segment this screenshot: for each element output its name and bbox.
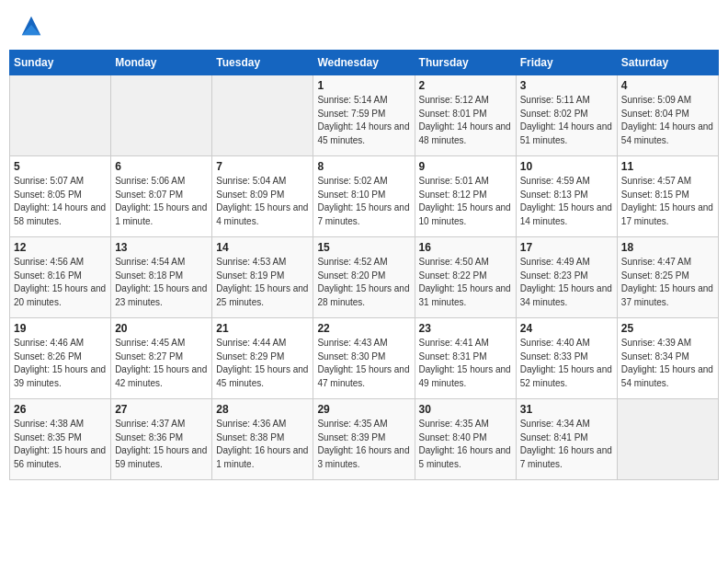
day-number: 21: [216, 322, 309, 335]
calendar-cell: [10, 75, 111, 156]
day-number: 16: [419, 241, 512, 254]
day-number: 4: [621, 79, 714, 92]
day-number: 10: [520, 160, 613, 173]
day-number: 20: [115, 322, 208, 335]
day-info: Sunrise: 5:06 AM Sunset: 8:07 PM Dayligh…: [115, 175, 208, 228]
calendar-cell: 8Sunrise: 5:02 AM Sunset: 8:10 PM Daylig…: [313, 156, 415, 237]
day-number: 12: [14, 241, 107, 254]
calendar-cell: 4Sunrise: 5:09 AM Sunset: 8:04 PM Daylig…: [617, 75, 718, 156]
calendar-cell: [617, 399, 718, 480]
weekday-header: Saturday: [617, 51, 718, 75]
calendar-cell: 9Sunrise: 5:01 AM Sunset: 8:12 PM Daylig…: [415, 156, 516, 237]
day-info: Sunrise: 4:56 AM Sunset: 8:16 PM Dayligh…: [14, 256, 107, 309]
day-number: 28: [216, 403, 309, 416]
weekday-header: Thursday: [415, 51, 516, 75]
day-number: 13: [115, 241, 208, 254]
calendar-cell: 23Sunrise: 4:41 AM Sunset: 8:31 PM Dayli…: [415, 318, 516, 399]
calendar-week-row: 1Sunrise: 5:14 AM Sunset: 7:59 PM Daylig…: [10, 75, 719, 156]
calendar-cell: [111, 75, 212, 156]
calendar-body: 1Sunrise: 5:14 AM Sunset: 7:59 PM Daylig…: [10, 75, 719, 480]
weekday-header: Tuesday: [212, 51, 313, 75]
day-number: 29: [317, 403, 410, 416]
day-info: Sunrise: 5:02 AM Sunset: 8:10 PM Dayligh…: [317, 175, 410, 228]
day-info: Sunrise: 4:35 AM Sunset: 8:39 PM Dayligh…: [317, 418, 410, 471]
day-info: Sunrise: 4:54 AM Sunset: 8:18 PM Dayligh…: [115, 256, 208, 309]
day-info: Sunrise: 5:04 AM Sunset: 8:09 PM Dayligh…: [216, 175, 309, 228]
day-info: Sunrise: 4:36 AM Sunset: 8:38 PM Dayligh…: [216, 418, 309, 471]
day-number: 23: [419, 322, 512, 335]
day-info: Sunrise: 4:53 AM Sunset: 8:19 PM Dayligh…: [216, 256, 309, 309]
day-number: 3: [520, 79, 613, 92]
calendar-cell: 27Sunrise: 4:37 AM Sunset: 8:36 PM Dayli…: [111, 399, 212, 480]
day-info: Sunrise: 4:52 AM Sunset: 8:20 PM Dayligh…: [317, 256, 410, 309]
day-number: 31: [520, 403, 613, 416]
logo: [17, 13, 44, 39]
day-info: Sunrise: 4:40 AM Sunset: 8:33 PM Dayligh…: [520, 337, 613, 390]
calendar-week-row: 26Sunrise: 4:38 AM Sunset: 8:35 PM Dayli…: [10, 399, 719, 480]
day-info: Sunrise: 4:57 AM Sunset: 8:15 PM Dayligh…: [621, 175, 714, 228]
day-number: 26: [14, 403, 107, 416]
weekday-row: SundayMondayTuesdayWednesdayThursdayFrid…: [10, 51, 719, 75]
page-header: [9, 9, 719, 42]
day-info: Sunrise: 4:49 AM Sunset: 8:23 PM Dayligh…: [520, 256, 613, 309]
weekday-header: Sunday: [10, 51, 111, 75]
day-number: 24: [520, 322, 613, 335]
calendar-cell: 31Sunrise: 4:34 AM Sunset: 8:41 PM Dayli…: [516, 399, 617, 480]
calendar-week-row: 12Sunrise: 4:56 AM Sunset: 8:16 PM Dayli…: [10, 237, 719, 318]
calendar-cell: 17Sunrise: 4:49 AM Sunset: 8:23 PM Dayli…: [516, 237, 617, 318]
day-info: Sunrise: 4:41 AM Sunset: 8:31 PM Dayligh…: [419, 337, 512, 390]
day-info: Sunrise: 4:37 AM Sunset: 8:36 PM Dayligh…: [115, 418, 208, 471]
calendar-cell: 6Sunrise: 5:06 AM Sunset: 8:07 PM Daylig…: [111, 156, 212, 237]
day-info: Sunrise: 4:50 AM Sunset: 8:22 PM Dayligh…: [419, 256, 512, 309]
day-info: Sunrise: 5:09 AM Sunset: 8:04 PM Dayligh…: [621, 94, 714, 147]
calendar-cell: 30Sunrise: 4:35 AM Sunset: 8:40 PM Dayli…: [415, 399, 516, 480]
day-number: 6: [115, 160, 208, 173]
day-number: 30: [419, 403, 512, 416]
calendar-week-row: 19Sunrise: 4:46 AM Sunset: 8:26 PM Dayli…: [10, 318, 719, 399]
calendar-cell: 2Sunrise: 5:12 AM Sunset: 8:01 PM Daylig…: [415, 75, 516, 156]
day-info: Sunrise: 5:11 AM Sunset: 8:02 PM Dayligh…: [520, 94, 613, 147]
calendar-cell: 20Sunrise: 4:45 AM Sunset: 8:27 PM Dayli…: [111, 318, 212, 399]
day-number: 27: [115, 403, 208, 416]
calendar-cell: 28Sunrise: 4:36 AM Sunset: 8:38 PM Dayli…: [212, 399, 313, 480]
day-info: Sunrise: 5:12 AM Sunset: 8:01 PM Dayligh…: [419, 94, 512, 147]
day-number: 2: [419, 79, 512, 92]
day-info: Sunrise: 4:47 AM Sunset: 8:25 PM Dayligh…: [621, 256, 714, 309]
day-number: 22: [317, 322, 410, 335]
day-number: 5: [14, 160, 107, 173]
calendar-cell: 1Sunrise: 5:14 AM Sunset: 7:59 PM Daylig…: [313, 75, 415, 156]
calendar-cell: 18Sunrise: 4:47 AM Sunset: 8:25 PM Dayli…: [617, 237, 718, 318]
day-info: Sunrise: 4:38 AM Sunset: 8:35 PM Dayligh…: [14, 418, 107, 471]
weekday-header: Monday: [111, 51, 212, 75]
weekday-header: Wednesday: [313, 51, 415, 75]
weekday-header: Friday: [516, 51, 617, 75]
calendar-cell: 25Sunrise: 4:39 AM Sunset: 8:34 PM Dayli…: [617, 318, 718, 399]
calendar-cell: 29Sunrise: 4:35 AM Sunset: 8:39 PM Dayli…: [313, 399, 415, 480]
day-number: 7: [216, 160, 309, 173]
day-number: 1: [317, 79, 410, 92]
day-info: Sunrise: 4:35 AM Sunset: 8:40 PM Dayligh…: [419, 418, 512, 471]
day-info: Sunrise: 4:39 AM Sunset: 8:34 PM Dayligh…: [621, 337, 714, 390]
calendar-cell: 10Sunrise: 4:59 AM Sunset: 8:13 PM Dayli…: [516, 156, 617, 237]
calendar-cell: 12Sunrise: 4:56 AM Sunset: 8:16 PM Dayli…: [10, 237, 111, 318]
day-info: Sunrise: 4:43 AM Sunset: 8:30 PM Dayligh…: [317, 337, 410, 390]
calendar-cell: 26Sunrise: 4:38 AM Sunset: 8:35 PM Dayli…: [10, 399, 111, 480]
calendar-cell: 21Sunrise: 4:44 AM Sunset: 8:29 PM Dayli…: [212, 318, 313, 399]
day-info: Sunrise: 4:44 AM Sunset: 8:29 PM Dayligh…: [216, 337, 309, 390]
calendar-cell: 24Sunrise: 4:40 AM Sunset: 8:33 PM Dayli…: [516, 318, 617, 399]
day-number: 15: [317, 241, 410, 254]
day-info: Sunrise: 4:34 AM Sunset: 8:41 PM Dayligh…: [520, 418, 613, 471]
calendar-cell: 15Sunrise: 4:52 AM Sunset: 8:20 PM Dayli…: [313, 237, 415, 318]
calendar-cell: [212, 75, 313, 156]
day-number: 18: [621, 241, 714, 254]
calendar-cell: 11Sunrise: 4:57 AM Sunset: 8:15 PM Dayli…: [617, 156, 718, 237]
day-number: 25: [621, 322, 714, 335]
calendar-table: SundayMondayTuesdayWednesdayThursdayFrid…: [9, 50, 719, 480]
day-info: Sunrise: 5:14 AM Sunset: 7:59 PM Dayligh…: [317, 94, 410, 147]
day-info: Sunrise: 4:59 AM Sunset: 8:13 PM Dayligh…: [520, 175, 613, 228]
day-number: 14: [216, 241, 309, 254]
calendar-cell: 19Sunrise: 4:46 AM Sunset: 8:26 PM Dayli…: [10, 318, 111, 399]
day-info: Sunrise: 5:01 AM Sunset: 8:12 PM Dayligh…: [419, 175, 512, 228]
day-number: 17: [520, 241, 613, 254]
calendar-cell: 7Sunrise: 5:04 AM Sunset: 8:09 PM Daylig…: [212, 156, 313, 237]
